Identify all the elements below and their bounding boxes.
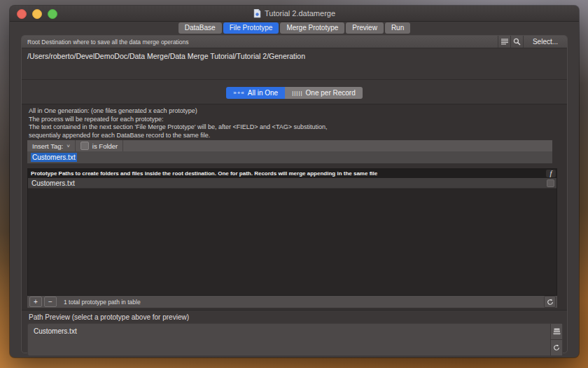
path-preview-box: Customers.txt <box>27 323 563 356</box>
description-line: The process will be repeated for each pr… <box>29 116 328 124</box>
stacked-pages-icon <box>553 328 561 335</box>
chevron-down-icon: ˅ <box>66 143 70 149</box>
window-title: Tutorial 2.datamerge <box>265 9 335 18</box>
preview-refresh-button[interactable] <box>551 339 562 355</box>
insert-tag-dropdown[interactable]: Insert Tag: ˅ <box>27 140 76 151</box>
remove-prototype-button[interactable]: − <box>44 297 57 307</box>
table-refresh-button[interactable] <box>544 296 556 308</box>
mode-one-per-record[interactable]: ||||| One per Record <box>285 87 363 99</box>
desktop: { "window": { "title": "Tutorial 2.datam… <box>0 0 588 368</box>
root-destination-header: Root Destination where to save all the d… <box>22 36 567 48</box>
is-folder-label: is Folder <box>92 142 118 150</box>
one-per-record-icon: ||||| <box>292 90 302 96</box>
tab-run[interactable]: Run <box>385 22 410 34</box>
refresh-icon <box>553 344 560 351</box>
row-checkbox[interactable] <box>547 179 554 187</box>
prototype-path-value: Customers.txt <box>31 153 77 162</box>
path-preview-value: Customers.txt <box>28 324 550 355</box>
is-folder-checkbox[interactable] <box>80 142 89 150</box>
file-prototype-panel: Root Destination where to save all the d… <box>21 35 568 353</box>
select-destination-button[interactable]: Select... <box>523 36 567 48</box>
table-row-path: Customers.txt <box>28 179 547 187</box>
is-folder-group: is Folder <box>76 140 123 151</box>
tab-file-prototype[interactable]: File Prototype <box>223 22 279 34</box>
app-window: Tutorial 2.datamerge DataBase File Proto… <box>10 6 579 357</box>
tab-bar: DataBase File Prototype Merge Prototype … <box>10 22 579 34</box>
prototype-table-header: Prototype Paths to create folders and fi… <box>28 169 556 178</box>
document-icon <box>253 9 261 18</box>
search-icon <box>513 38 521 46</box>
window-title-area: Tutorial 2.datamerge <box>10 6 579 21</box>
function-icon-button[interactable]: f <box>546 170 556 177</box>
prototype-path-input[interactable]: Customers.txt <box>27 151 552 163</box>
mode-one-per-record-label: One per Record <box>306 89 356 97</box>
path-preview-buttons <box>550 324 562 355</box>
all-in-one-icon: »+« <box>233 90 245 96</box>
root-destination-path: /Users/roberto/DevelDemoDoc/Data Merge/D… <box>27 52 305 60</box>
description-line: The text contained in the next section '… <box>29 123 328 132</box>
insert-tag-toolbar: Insert Tag: ˅ is Folder <box>27 140 552 151</box>
mode-all-in-one[interactable]: »+« All in One <box>226 87 285 99</box>
table-empty-area[interactable] <box>28 189 556 295</box>
prototype-editor-box: All in One generation: (one files genera… <box>22 104 567 311</box>
preview-list-button[interactable] <box>551 324 562 339</box>
insert-tag-label: Insert Tag: <box>32 142 63 150</box>
mode-all-in-one-label: All in One <box>248 89 278 97</box>
prototype-table: Prototype Paths to create folders and fi… <box>27 168 557 296</box>
prototype-table-header-label: Prototype Paths to create folders and fi… <box>28 170 546 177</box>
list-icon <box>501 39 508 45</box>
reveal-path-button[interactable] <box>510 36 523 48</box>
root-destination-label: Root Destination where to save all the d… <box>22 39 498 46</box>
tab-preview[interactable]: Preview <box>346 22 384 34</box>
add-prototype-button[interactable]: + <box>29 297 42 307</box>
function-icon: f <box>550 170 552 177</box>
description-line: sequentialy appended for each DataBase r… <box>29 132 328 140</box>
refresh-icon <box>547 299 554 306</box>
table-footer: + − 1 total prototype path in table <box>27 296 557 308</box>
root-destination-path-area[interactable]: /Users/roberto/DevelDemoDoc/Data Merge/D… <box>22 48 567 80</box>
description-line: All in One generation: (one files genera… <box>29 107 328 116</box>
generation-mode-switch: »+« All in One ||||| One per Record <box>22 87 567 99</box>
prototype-count-label: 1 total prototype path in table <box>64 299 544 306</box>
tab-database[interactable]: DataBase <box>178 22 222 34</box>
title-bar[interactable]: Tutorial 2.datamerge <box>10 6 579 22</box>
list-view-button[interactable] <box>498 36 510 48</box>
path-preview-label: Path Preview (select a prototype above f… <box>29 313 189 321</box>
tab-merge-prototype[interactable]: Merge Prototype <box>280 22 344 34</box>
table-row[interactable]: Customers.txt <box>28 178 556 189</box>
